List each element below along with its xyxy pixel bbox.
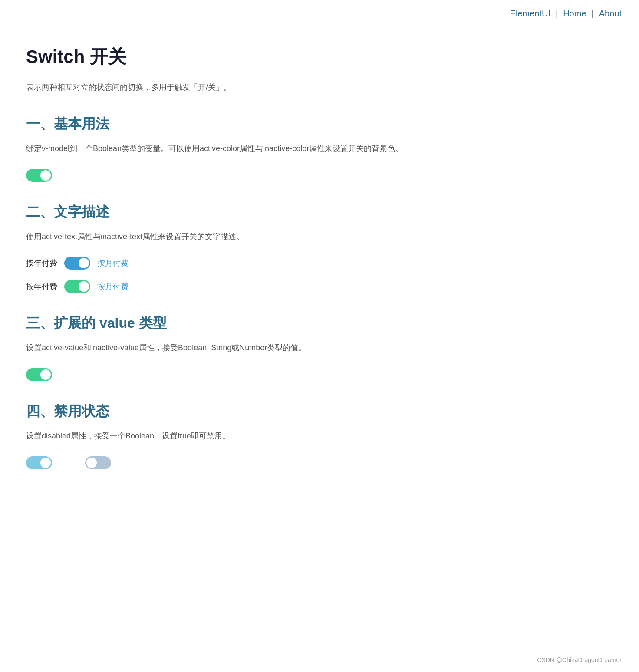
nav-sep-2: | (592, 9, 594, 19)
section-disabled: 四、禁用状态 设置disabled属性，接受一个Boolean，设置true即可… (26, 402, 451, 469)
basic-switch-slider (26, 169, 52, 182)
section-value-description: 设置active-value和inactive-value属性，接受Boolea… (26, 342, 451, 354)
main-content: Switch 开关 表示两种相互对立的状态间的切换，多用于触发「开/关」。 一、… (0, 27, 478, 525)
nav-sep-1: | (556, 9, 558, 19)
text-switch-2-left-label: 按年付费 (26, 281, 57, 292)
nav-home-link[interactable]: Home (563, 9, 586, 19)
text-switch-1-right-label: 按月付费 (97, 258, 128, 268)
text-switch-2-slider (64, 280, 90, 293)
text-switch-2[interactable] (64, 280, 90, 293)
disabled-switch-off-slider (85, 456, 111, 469)
text-switch-1[interactable] (64, 257, 90, 270)
footer: CSDN @ChinaDragonDreamer (537, 656, 622, 663)
nav-bar: ElementUI | Home | About (0, 0, 639, 27)
section-text-title: 二、文字描述 (26, 203, 451, 222)
section-text: 二、文字描述 使用active-text属性与inactive-text属性来设… (26, 203, 451, 293)
text-switch-2-right-label: 按月付费 (97, 281, 128, 292)
text-switch-1-left-label: 按年付费 (26, 258, 57, 268)
section-disabled-title: 四、禁用状态 (26, 402, 451, 421)
page-title: Switch 开关 (26, 45, 451, 69)
section-basic-description: 绑定v-model到一个Boolean类型的变量。可以使用active-colo… (26, 142, 451, 155)
value-switch-wrapper (26, 368, 451, 381)
section-value-title: 三、扩展的 value 类型 (26, 314, 451, 333)
section-value: 三、扩展的 value 类型 设置active-value和inactive-v… (26, 314, 451, 381)
section-disabled-description: 设置disabled属性，接受一个Boolean，设置true即可禁用。 (26, 430, 451, 442)
disabled-switches-wrapper (26, 456, 451, 469)
footer-text: CSDN @ChinaDragonDreamer (537, 656, 622, 663)
section-basic-title: 一、基本用法 (26, 115, 451, 134)
basic-switch[interactable] (26, 169, 52, 182)
value-switch[interactable] (26, 368, 52, 381)
nav-about-link[interactable]: About (599, 9, 622, 19)
text-switch-2-wrapper: 按年付费 按月付费 (26, 280, 451, 293)
disabled-switch-on-slider (26, 456, 52, 469)
text-switch-1-wrapper: 按年付费 按月付费 (26, 257, 451, 270)
disabled-switch-off (85, 456, 111, 469)
section-basic: 一、基本用法 绑定v-model到一个Boolean类型的变量。可以使用acti… (26, 115, 451, 182)
section-text-description: 使用active-text属性与inactive-text属性来设置开关的文字描… (26, 231, 451, 243)
disabled-switch-on (26, 456, 52, 469)
text-switch-1-slider (64, 257, 90, 270)
basic-switch-wrapper (26, 169, 451, 182)
page-description: 表示两种相互对立的状态间的切换，多用于触发「开/关」。 (26, 81, 451, 94)
value-switch-slider (26, 368, 52, 381)
nav-elementui-link[interactable]: ElementUI (510, 9, 550, 19)
